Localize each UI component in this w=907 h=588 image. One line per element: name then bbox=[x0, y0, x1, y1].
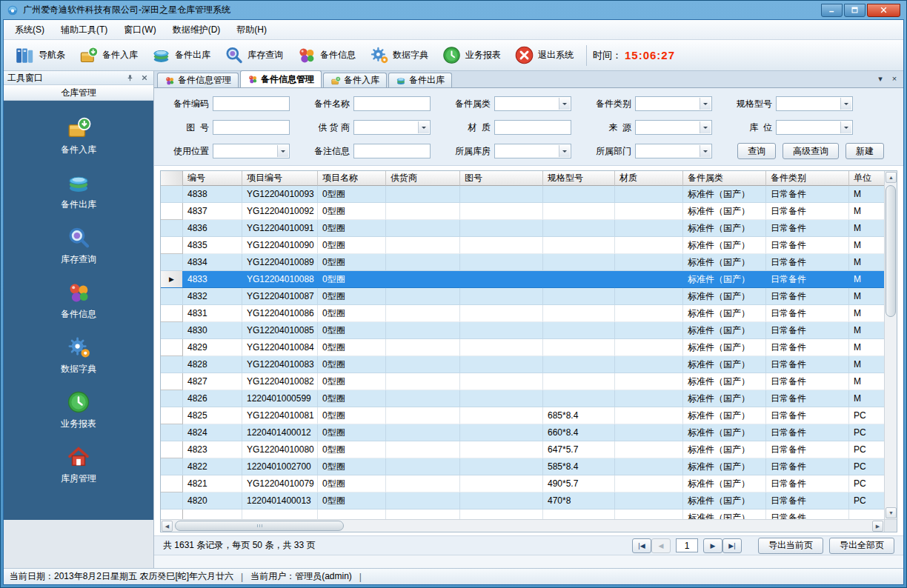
table-row[interactable]: 4835YG122040100900型圈标准件（国产）日常备件M bbox=[161, 237, 884, 254]
toolbar-button-exit[interactable]: 退出系统 bbox=[508, 43, 580, 67]
table-row[interactable]: 4832YG122040100870型圈标准件（国产）日常备件M bbox=[161, 288, 884, 305]
search-combo[interactable] bbox=[776, 120, 853, 135]
minimize-button[interactable] bbox=[821, 4, 843, 17]
search-combo[interactable] bbox=[635, 144, 712, 158]
advanced-query-button[interactable]: 高级查询 bbox=[783, 143, 839, 159]
scroll-down-icon[interactable]: ▼ bbox=[886, 507, 897, 518]
chevron-down-icon[interactable] bbox=[700, 121, 711, 133]
grid-column-header[interactable]: 规格型号 bbox=[543, 171, 615, 186]
create-button[interactable]: 新建 bbox=[845, 143, 884, 159]
sidebar-item-parts-out[interactable]: 备件出库 bbox=[4, 163, 153, 218]
sidebar-item-parts-info[interactable]: 备件信息 bbox=[4, 273, 153, 327]
vertical-scroll-track[interactable] bbox=[885, 184, 897, 507]
search-combo[interactable] bbox=[213, 144, 290, 158]
menu-item[interactable]: 帮助(H) bbox=[228, 20, 275, 40]
vertical-scroll-thumb[interactable] bbox=[886, 185, 896, 317]
export-current-page-button[interactable]: 导出当前页 bbox=[758, 538, 823, 554]
grid-column-header[interactable]: 编号 bbox=[183, 171, 242, 186]
toolbar-button-parts-out[interactable]: 备件出库 bbox=[144, 43, 217, 67]
grid-column-header[interactable]: 单位 bbox=[849, 171, 884, 186]
table-row[interactable]: ▶4833YG122040100880型圈标准件（国产）日常备件M bbox=[161, 271, 884, 288]
grid-column-header[interactable]: 供货商 bbox=[386, 171, 460, 186]
sidebar-item-warehouse[interactable]: 库房管理 bbox=[4, 437, 153, 492]
next-page-button[interactable]: ▶ bbox=[703, 538, 722, 553]
tab-close-icon[interactable]: × bbox=[888, 73, 900, 84]
toolbar-button-report[interactable]: 业务报表 bbox=[435, 43, 508, 67]
tab-parts-info[interactable]: 备件信息管理 bbox=[157, 73, 239, 87]
chevron-down-icon[interactable] bbox=[840, 98, 851, 110]
grid-column-header[interactable]: 项目名称 bbox=[318, 171, 386, 186]
maximize-button[interactable] bbox=[844, 4, 866, 17]
search-combo[interactable] bbox=[353, 120, 431, 135]
tab-parts-out[interactable]: 备件出库 bbox=[388, 73, 452, 87]
grid-column-header[interactable]: 备件类别 bbox=[766, 171, 849, 186]
title-bar[interactable]: 广州爱奇迪软件科技有限公司-深田之星仓库管理系统 bbox=[3, 1, 904, 19]
table-row[interactable]: 4829YG122040100840型圈标准件（国产）日常备件M bbox=[161, 339, 884, 356]
table-row[interactable]: 482612204010005990型圈标准件（国产）日常备件M bbox=[161, 390, 884, 407]
toolbar-button-parts-in[interactable]: 备件入库 bbox=[72, 43, 144, 67]
page-number-input[interactable] bbox=[676, 538, 698, 552]
search-text-input[interactable] bbox=[353, 96, 431, 111]
table-row[interactable]: 标准件（国产）日常备件 bbox=[161, 510, 884, 519]
chevron-down-icon[interactable] bbox=[559, 98, 570, 110]
search-combo[interactable] bbox=[494, 144, 571, 158]
chevron-down-icon[interactable] bbox=[418, 121, 429, 133]
menu-item[interactable]: 窗口(W) bbox=[116, 20, 164, 40]
table-row[interactable]: 4823YG122040100800型圈647*5.7标准件（国产）日常备件PC bbox=[161, 441, 884, 458]
table-row[interactable]: 4838YG122040100930型圈标准件（国产）日常备件M bbox=[161, 186, 884, 203]
tab-parts-info[interactable]: 备件信息管理 bbox=[240, 70, 322, 87]
search-combo[interactable] bbox=[776, 96, 853, 111]
toolbar-button-data-dict[interactable]: 数据字典 bbox=[362, 43, 435, 67]
grid-column-header[interactable]: 图号 bbox=[460, 171, 543, 186]
table-row[interactable]: 4821YG122040100790型圈490*5.7标准件（国产）日常备件PC bbox=[161, 475, 884, 492]
table-row[interactable]: 482012204014000130型圈470*8标准件（国产）日常备件PC bbox=[161, 492, 884, 510]
search-text-input[interactable] bbox=[494, 120, 571, 135]
scroll-right-icon[interactable]: ▶ bbox=[872, 521, 883, 532]
chevron-down-icon[interactable] bbox=[559, 145, 570, 157]
menu-item[interactable]: 数据维护(D) bbox=[165, 20, 229, 40]
table-row[interactable]: 4831YG122040100860型圈标准件（国产）日常备件M bbox=[161, 305, 884, 322]
chevron-down-icon[interactable] bbox=[277, 145, 288, 157]
search-text-input[interactable] bbox=[353, 144, 431, 158]
search-text-input[interactable] bbox=[213, 120, 290, 135]
table-row[interactable]: 4825YG122040100810型圈685*8.4标准件（国产）日常备件PC bbox=[161, 407, 884, 424]
table-row[interactable]: 4830YG122040100850型圈标准件（国产）日常备件M bbox=[161, 322, 884, 339]
tab-list-dropdown-icon[interactable]: ▾ bbox=[874, 73, 886, 84]
grid-column-header[interactable]: 备件属类 bbox=[683, 171, 766, 186]
horizontal-scrollbar[interactable]: ◀ ▶ bbox=[161, 519, 884, 532]
table-row[interactable]: 482412204014000120型圈660*8.4标准件（国产）日常备件PC bbox=[161, 424, 884, 441]
table-row[interactable]: 482212204010027000型圈585*8.4标准件（国产）日常备件PC bbox=[161, 458, 884, 475]
toolbar-button-stock-query[interactable]: 库存查询 bbox=[217, 43, 290, 67]
chevron-down-icon[interactable] bbox=[700, 145, 711, 157]
close-icon[interactable] bbox=[139, 73, 150, 84]
chevron-down-icon[interactable] bbox=[700, 98, 711, 110]
tab-parts-in[interactable]: 备件入库 bbox=[323, 73, 387, 87]
grid-column-header[interactable]: 项目编号 bbox=[242, 171, 318, 186]
scroll-left-icon[interactable]: ◀ bbox=[162, 521, 173, 532]
toolbar-button-navbar[interactable]: 导航条 bbox=[8, 43, 72, 67]
sidebar-item-data-dict[interactable]: 数据字典 bbox=[4, 327, 153, 382]
sidebar-item-stock-query[interactable]: 库存查询 bbox=[4, 218, 153, 273]
chevron-down-icon[interactable] bbox=[840, 121, 851, 133]
menu-item[interactable]: 辅助工具(T) bbox=[53, 20, 116, 40]
query-button[interactable]: 查询 bbox=[737, 143, 776, 159]
toolbar-button-parts-info[interactable]: 备件信息 bbox=[290, 43, 362, 67]
table-row[interactable]: 4827YG122040100820型圈标准件（国产）日常备件M bbox=[161, 373, 884, 390]
horizontal-scroll-thumb[interactable] bbox=[175, 521, 344, 531]
table-row[interactable]: 4828YG122040100830型圈标准件（国产）日常备件M bbox=[161, 356, 884, 373]
search-text-input[interactable] bbox=[213, 96, 290, 111]
menu-item[interactable]: 系统(S) bbox=[7, 20, 53, 40]
close-button[interactable] bbox=[867, 4, 900, 17]
search-combo[interactable] bbox=[635, 120, 712, 135]
table-row[interactable]: 4834YG122040100890型圈标准件（国产）日常备件M bbox=[161, 254, 884, 271]
search-combo[interactable] bbox=[635, 96, 712, 111]
first-page-button[interactable]: |◀ bbox=[632, 538, 651, 553]
horizontal-scroll-track[interactable] bbox=[173, 520, 871, 532]
sidebar-item-report[interactable]: 业务报表 bbox=[4, 382, 153, 437]
last-page-button[interactable]: ▶| bbox=[722, 538, 742, 553]
table-row[interactable]: 4836YG122040100910型圈标准件（国产）日常备件M bbox=[161, 220, 884, 237]
scroll-up-icon[interactable]: ▲ bbox=[886, 172, 897, 183]
search-combo[interactable] bbox=[494, 96, 571, 111]
sidebar-item-parts-in[interactable]: 备件入库 bbox=[4, 108, 153, 163]
export-all-pages-button[interactable]: 导出全部页 bbox=[829, 538, 894, 554]
